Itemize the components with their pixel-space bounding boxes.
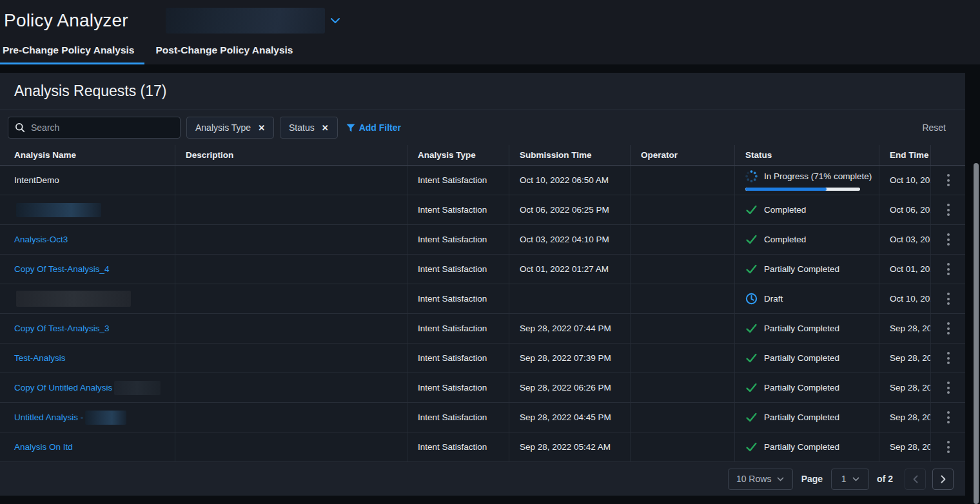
kebab-menu-button[interactable] [942, 260, 955, 279]
status-text: Partially Completed [764, 264, 839, 274]
add-filter-button[interactable]: Add Filter [346, 122, 401, 133]
status-cell: Draft [735, 284, 879, 313]
analysis-type-cell: Intent Satisfaction [407, 403, 509, 432]
analysis-name-link[interactable]: Analysis-Oct3 [14, 235, 68, 244]
status-cell: Partially Completed [735, 314, 879, 343]
description-cell [175, 403, 407, 432]
column-header-analysis-type: Analysis Type [407, 145, 509, 165]
chevron-left-icon [913, 475, 918, 483]
operator-cell [631, 195, 735, 224]
operator-cell [631, 344, 735, 373]
status-cell: In Progress (71% complete) [735, 166, 879, 195]
close-icon[interactable]: ✕ [322, 123, 329, 133]
previous-page-button[interactable] [905, 469, 926, 490]
analyzer-scope-dropdown[interactable] [166, 8, 325, 34]
analysis-name-cell: Untitled Analysis - [0, 403, 175, 432]
page-number-dropdown[interactable]: 1 [831, 469, 869, 490]
table-row: Analysis On Itd Intent Satisfaction Sep … [0, 432, 965, 462]
end-time-cell: Sep 28, 2022 [879, 344, 931, 373]
chevron-down-icon [777, 477, 784, 481]
operator-cell [631, 403, 735, 432]
kebab-menu-button[interactable] [942, 378, 955, 398]
actions-cell [931, 314, 965, 343]
add-filter-label: Add Filter [359, 122, 401, 133]
panel-title-row: Analysis Requests (17) [0, 73, 965, 110]
description-cell [175, 195, 407, 224]
kebab-menu-button[interactable] [942, 349, 955, 368]
end-time-cell: Oct 06, 2022 [879, 195, 931, 224]
analysis-name-link[interactable]: Copy Of Test-Analysis_4 [14, 264, 110, 274]
status-text: Partially Completed [764, 412, 839, 422]
actions-cell [931, 255, 965, 284]
description-cell [175, 373, 407, 402]
analysis-name-link[interactable]: Test-Analysis [14, 353, 66, 363]
analysis-name-link[interactable]: Copy Of Untitled Analysis [14, 383, 112, 393]
next-page-button[interactable] [932, 469, 954, 490]
column-header-status: Status [735, 145, 879, 165]
status-text: Partially Completed [764, 353, 839, 363]
analysis-name-cell: Analysis-Oct3 [0, 225, 175, 254]
filter-chip-label: Status [289, 122, 315, 133]
status-cell: Partially Completed [735, 255, 879, 284]
table-row: Untitled Analysis - Intent Satisfaction … [0, 403, 965, 432]
column-header-submission-time: Submission Time [509, 145, 631, 165]
search-box[interactable] [8, 117, 181, 139]
app-title: Policy Analyzer [4, 10, 128, 31]
status-text: Draft [764, 294, 783, 304]
reset-button[interactable]: Reset [922, 122, 946, 133]
analysis-type-cell: Intent Satisfaction [407, 166, 509, 195]
filter-chip-analysis-type[interactable]: Analysis Type ✕ [186, 117, 274, 139]
status-text: Completed [764, 205, 806, 215]
actions-cell [931, 284, 965, 313]
analysis-name-cell: Copy Of Test-Analysis_3 [0, 314, 175, 343]
operator-cell [631, 255, 735, 284]
analysis-name-link[interactable]: IntentDemo [14, 175, 59, 185]
description-cell [175, 284, 407, 313]
kebab-menu-button[interactable] [942, 200, 955, 220]
tab-post-change-policy-analysis[interactable]: Post-Change Policy Analysis [155, 44, 293, 64]
analysis-type-cell: Intent Satisfaction [407, 344, 509, 373]
kebab-menu-button[interactable] [942, 408, 955, 427]
actions-cell [931, 344, 965, 373]
actions-cell [931, 166, 965, 195]
kebab-menu-button[interactable] [942, 230, 955, 249]
status-text: Completed [764, 235, 806, 244]
vertical-scrollbar-thumb[interactable] [974, 163, 979, 504]
chevron-down-icon[interactable] [330, 17, 340, 24]
status-cell: Partially Completed [735, 403, 879, 432]
pagination-bar: 10 Rows Page 1 of 2 [0, 462, 965, 496]
submission-time-cell: Sep 28, 2022 04:45 PM [509, 403, 631, 432]
analysis-name-link[interactable]: Analysis On Itd [14, 442, 73, 452]
close-icon[interactable]: ✕ [258, 123, 265, 133]
kebab-menu-button[interactable] [942, 289, 955, 309]
analysis-name-link[interactable]: Copy Of Test-Analysis_3 [14, 324, 110, 333]
table-row: Analysis-Oct3 Intent Satisfaction Oct 03… [0, 225, 965, 255]
kebab-menu-button[interactable] [942, 171, 955, 190]
table-row: Intent Satisfaction [0, 284, 965, 314]
progress-fill [745, 188, 827, 191]
status-cell: Partially Completed [735, 432, 879, 461]
kebab-menu-button[interactable] [942, 438, 955, 457]
description-cell [175, 166, 407, 195]
total-pages-label: of 2 [877, 474, 893, 484]
submission-time-cell [509, 284, 631, 313]
status-cell: Completed [735, 225, 879, 254]
chevron-right-icon [941, 475, 946, 483]
tab-pre-change-policy-analysis[interactable]: Pre-Change Policy Analysis [3, 44, 134, 64]
tab-label: Pre-Change Policy Analysis [3, 44, 134, 55]
clock-icon [745, 293, 758, 305]
filter-chip-status[interactable]: Status ✕ [280, 117, 338, 139]
check-icon [745, 411, 758, 423]
analysis-type-cell: Intent Satisfaction [407, 284, 509, 313]
tab-label: Post-Change Policy Analysis [155, 44, 293, 55]
operator-cell [631, 166, 735, 195]
description-cell [175, 314, 407, 343]
analysis-name-link[interactable]: Untitled Analysis - [14, 412, 83, 422]
search-input[interactable] [31, 122, 173, 133]
analysis-name-cell: Copy Of Untitled Analysis [0, 373, 175, 402]
table-row: Copy Of Test-Analysis_3 Intent Satisfact… [0, 314, 965, 344]
kebab-menu-button[interactable] [942, 319, 955, 338]
rows-per-page-dropdown[interactable]: 10 Rows [728, 469, 793, 490]
status-text: Partially Completed [764, 442, 839, 452]
actions-cell [931, 225, 965, 254]
